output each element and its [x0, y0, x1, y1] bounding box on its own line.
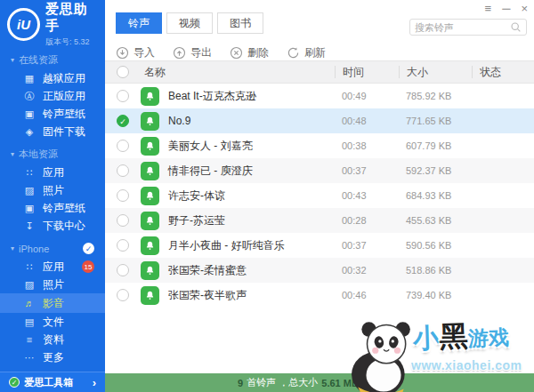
- ringtone-icon: [141, 212, 159, 230]
- sidebar-item-jailbreak-apps[interactable]: ▦ 越狱应用: [0, 69, 105, 87]
- minimize-icon[interactable]: ─: [502, 2, 510, 15]
- tab-ringtones[interactable]: 铃声: [116, 12, 162, 34]
- toolbox-check-icon: ✓: [9, 377, 20, 388]
- ringtone-size: 590.56 KB: [399, 240, 472, 251]
- table-header: 名称 时间 大小 状态: [105, 60, 534, 84]
- ringtone-size: 592.37 KB: [399, 165, 472, 176]
- sidebar-item-label: 正版应用: [43, 89, 85, 104]
- content-tabs: 铃声 视频 图书: [116, 12, 263, 34]
- ringtone-size: 455.63 KB: [399, 215, 472, 226]
- toolbox-button[interactable]: ✓ 爱思工具箱 ›: [0, 372, 105, 392]
- total-size: 5.61 MB: [321, 378, 359, 388]
- sidebar-item-label: 固件下载: [43, 124, 85, 140]
- delete-button[interactable]: 删除: [230, 45, 269, 60]
- select-all-checkbox[interactable]: [117, 66, 129, 78]
- sidebar-item-label: 照片: [43, 183, 64, 198]
- tab-books[interactable]: 图书: [217, 12, 263, 34]
- column-header-name[interactable]: 名称: [141, 65, 335, 80]
- photos-icon: ▨: [23, 185, 36, 196]
- firmware-icon: ◈: [23, 126, 36, 138]
- ringtone-name: 张国荣-夜半歌声: [168, 288, 247, 303]
- table-row[interactable]: 月半小夜曲 - 好听纯音乐 00:37 590.56 KB: [105, 233, 534, 258]
- table-row[interactable]: 张国荣-夜半歌声 00:46 739.40 KB: [105, 283, 534, 308]
- row-checkbox[interactable]: [117, 164, 129, 177]
- table-row[interactable]: Beat It-迈克杰克逊 00:49 785.92 KB: [105, 84, 534, 108]
- table-row[interactable]: 情非得已 - 庾澄庆 00:37 592.37 KB: [105, 158, 534, 183]
- app-version: 版本号: 5.32: [45, 36, 100, 48]
- sidebar-item-iphone-apps[interactable]: ∷ 应用 15: [0, 258, 105, 276]
- row-checkbox[interactable]: [117, 264, 129, 276]
- ringtone-icon: [141, 162, 159, 180]
- row-checkbox[interactable]: [117, 239, 129, 252]
- sidebar-item-local-ringtone-wallpaper[interactable]: ▣ 铃声壁纸: [0, 199, 105, 217]
- chevron-down-icon: ▾: [11, 56, 14, 64]
- sidebar-item-genuine-apps[interactable]: Ⓐ 正版应用: [0, 87, 105, 105]
- sidebar-item-download-center[interactable]: ↧ 下载中心: [0, 217, 105, 235]
- ringtone-duration: 00:48: [335, 116, 399, 126]
- ringtone-size: 684.93 KB: [399, 190, 472, 201]
- sidebar-item-label: 文件: [43, 315, 64, 330]
- sidebar-item-iphone-more[interactable]: ⋯ 更多: [0, 348, 105, 366]
- row-checkbox-checked[interactable]: ✓: [117, 115, 129, 127]
- refresh-button[interactable]: 刷新: [287, 45, 326, 60]
- row-checkbox[interactable]: [117, 189, 129, 202]
- sidebar-item-label: 应用: [43, 165, 64, 180]
- ringtone-duration: 00:37: [335, 240, 399, 251]
- column-header-size[interactable]: 大小: [399, 66, 472, 78]
- sidebar-item-iphone-media[interactable]: ♬ 影音: [0, 293, 105, 313]
- ringtone-duration: 00:49: [335, 91, 399, 101]
- row-checkbox[interactable]: [117, 289, 129, 301]
- sidebar-item-label: 越狱应用: [43, 71, 85, 86]
- section-label: 本地资源: [19, 148, 58, 161]
- sidebar-item-ringtone-wallpaper-online[interactable]: ▣ 铃声壁纸: [0, 105, 105, 123]
- export-button[interactable]: 导出: [173, 45, 212, 60]
- close-icon[interactable]: ×: [521, 2, 528, 15]
- sidebar-item-label: 应用: [43, 260, 64, 275]
- refresh-icon: [287, 46, 300, 60]
- import-label: 导入: [134, 45, 155, 60]
- sidebar-item-iphone-files[interactable]: ▤ 文件: [0, 313, 105, 331]
- ringtone-name: 月半小夜曲 - 好听纯音乐: [168, 238, 285, 253]
- row-checkbox[interactable]: [117, 140, 129, 152]
- ringtone-icon: [141, 87, 159, 106]
- export-icon: [173, 46, 186, 60]
- sidebar-section-header-online[interactable]: ▾ 在线资源: [0, 51, 105, 69]
- sidebar-item-label: 更多: [43, 350, 64, 365]
- sidebar-item-local-photos[interactable]: ▨ 照片: [0, 181, 105, 199]
- apps-grid-icon: ∷: [23, 167, 36, 179]
- ringtone-size: 771.65 KB: [399, 116, 472, 126]
- sidebar-item-local-apps[interactable]: ∷ 应用: [0, 164, 105, 181]
- ringtone-duration: 00:28: [335, 215, 399, 226]
- sidebar-section-online: ▾ 在线资源 ▦ 越狱应用 Ⓐ 正版应用 ▣ 铃声壁纸 ◈ 固件下载: [0, 51, 105, 140]
- sidebar-item-iphone-photos[interactable]: ▨ 照片: [0, 276, 105, 293]
- sidebar-section-header-iphone[interactable]: ▾ iPhone ✓: [0, 239, 105, 258]
- ringtone-count: 9: [238, 378, 243, 388]
- table-row[interactable]: 野子-苏运莹 00:28 455.63 KB: [105, 208, 534, 233]
- ringtone-name: 野子-苏运莹: [168, 213, 225, 228]
- table-row[interactable]: 张国荣-柔情蜜意 00:32 518.86 KB: [105, 258, 534, 283]
- sidebar-section-header-local[interactable]: ▾ 本地资源: [0, 145, 105, 164]
- ringtone-icon: [141, 112, 159, 131]
- table-row[interactable]: 美丽女人 - 刘嘉亮 00:38 607.79 KB: [105, 133, 534, 158]
- refresh-label: 刷新: [304, 45, 326, 60]
- sidebar-item-firmware-download[interactable]: ◈ 固件下载: [0, 123, 105, 140]
- update-count-badge: 15: [82, 260, 94, 273]
- row-checkbox[interactable]: [117, 214, 129, 227]
- table-row[interactable]: 许志安-体谅 00:43 684.93 KB: [105, 183, 534, 208]
- section-label: 在线资源: [19, 53, 58, 67]
- section-label: iPhone: [19, 244, 49, 254]
- ringtone-duration: 00:37: [335, 165, 399, 176]
- ringtone-size: 739.40 KB: [399, 290, 472, 300]
- row-checkbox[interactable]: [117, 90, 129, 102]
- column-header-status[interactable]: 状态: [472, 66, 534, 78]
- device-connected-icon: ✓: [83, 243, 94, 254]
- toolbox-label: 爱思工具箱: [24, 376, 73, 389]
- import-button[interactable]: 导入: [116, 45, 155, 60]
- sidebar-item-iphone-data[interactable]: ≡ 资料: [0, 331, 105, 348]
- tab-videos[interactable]: 视频: [166, 12, 213, 34]
- table-row-selected[interactable]: ✓ No.9 00:48 771.65 KB: [105, 108, 534, 133]
- search-input[interactable]: [415, 22, 510, 33]
- menu-icon[interactable]: ≡: [485, 2, 492, 15]
- column-header-time[interactable]: 时间: [335, 66, 399, 78]
- ringtone-duration: 00:38: [335, 140, 399, 151]
